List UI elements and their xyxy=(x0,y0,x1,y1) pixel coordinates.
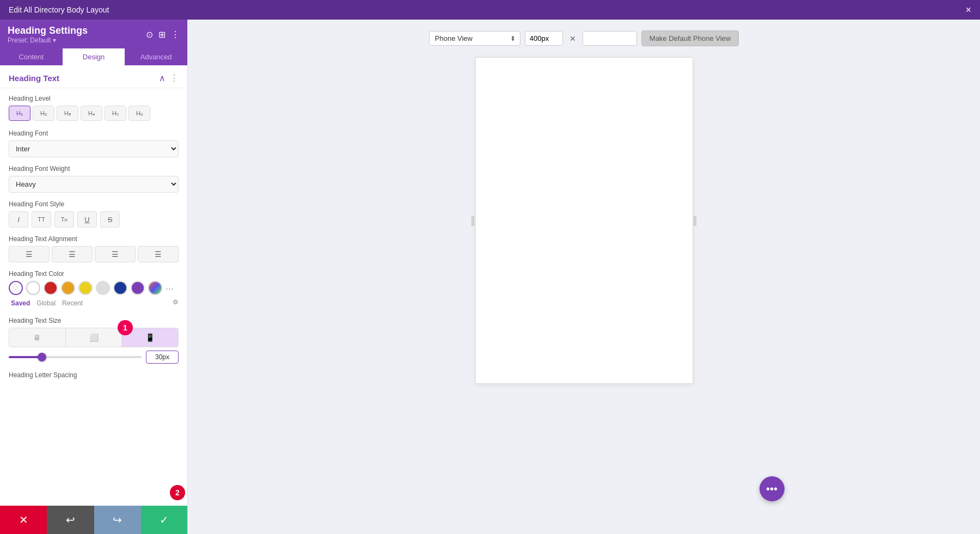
view-select[interactable]: Phone View Tablet View Desktop View xyxy=(430,32,506,45)
save-button[interactable]: ✓ xyxy=(141,506,188,534)
heading-level-h3[interactable]: H₃ xyxy=(57,106,78,121)
size-slider-row: 30px xyxy=(9,351,179,364)
preview-toolbar: Phone View Tablet View Desktop View ⬍ ✕ … xyxy=(429,30,739,46)
font-style-uppercase[interactable]: TT xyxy=(32,211,51,228)
top-bar-title: Edit All Directory Body Layout xyxy=(9,5,109,14)
px-close-button[interactable]: ✕ xyxy=(567,32,578,45)
fab-icon: ••• xyxy=(766,483,777,495)
size-slider-thumb[interactable] xyxy=(38,353,46,361)
redo-button[interactable]: ↪ xyxy=(94,506,141,534)
header-icon-grid[interactable]: ⊞ xyxy=(158,29,166,40)
size-device-tablet[interactable]: ⬜ xyxy=(66,328,122,347)
sidebar-tabs: Content Design Advanced xyxy=(0,48,187,65)
heading-font-weight-select[interactable]: Thin Light Regular Medium Heavy Bold Ext… xyxy=(9,176,179,193)
make-default-button[interactable]: Make Default Phone View xyxy=(641,30,739,46)
color-tab-global[interactable]: Global xyxy=(34,298,58,308)
color-settings-gear[interactable]: ⚙ xyxy=(173,298,179,308)
heading-font-label: Heading Font xyxy=(9,130,179,137)
undo-button[interactable]: ↩ xyxy=(47,506,94,534)
color-tab-saved[interactable]: Saved xyxy=(9,298,32,308)
color-swatch-red[interactable] xyxy=(44,281,58,295)
tab-design[interactable]: Design xyxy=(63,48,125,65)
section-more-button[interactable]: ⋮ xyxy=(170,73,179,83)
fab-button[interactable]: ••• xyxy=(759,476,785,501)
header-icon-circle[interactable]: ⊙ xyxy=(146,29,153,40)
heading-font-style-row: I TT Tr U S xyxy=(9,211,179,228)
sidebar-header-left: Heading Settings Preset: Default ▾ xyxy=(8,25,88,44)
heading-font-select[interactable]: Inter Arial Roboto Georgia Verdana xyxy=(9,140,179,157)
heading-level-h1[interactable]: H₁ xyxy=(9,106,30,121)
align-left[interactable]: ☰ xyxy=(9,246,50,262)
color-swatch-purple[interactable] xyxy=(131,281,145,295)
heading-level-label: Heading Level xyxy=(9,95,179,102)
color-swatch-row: ··· xyxy=(9,281,179,295)
heading-font-style-label: Heading Font Style xyxy=(9,200,179,208)
tab-advanced[interactable]: Advanced xyxy=(125,48,187,65)
heading-level-h2[interactable]: H₂ xyxy=(33,106,54,121)
cancel-button[interactable]: ✕ xyxy=(0,506,47,534)
badge-1: 1 xyxy=(118,320,133,335)
font-style-italic[interactable]: I xyxy=(9,211,28,228)
badge-2: 2 xyxy=(170,485,185,500)
section-collapse-button[interactable]: ∧ xyxy=(159,73,166,83)
align-right[interactable]: ☰ xyxy=(95,246,136,262)
heading-text-alignment-label: Heading Text Alignment xyxy=(9,235,179,243)
section-controls: ∧ ⋮ xyxy=(159,73,179,83)
preview-canvas xyxy=(475,57,693,384)
view-select-wrap: Phone View Tablet View Desktop View ⬍ xyxy=(429,31,520,46)
size-device-desktop[interactable]: 🖥 xyxy=(9,328,66,347)
size-slider-fill xyxy=(9,356,42,358)
px-width-input[interactable] xyxy=(525,31,563,46)
color-swatch-white[interactable] xyxy=(26,281,40,295)
size-slider-track[interactable] xyxy=(9,356,142,358)
heading-text-alignment-row: ☰ ☰ ☰ ☰ xyxy=(9,246,179,262)
sidebar-preset[interactable]: Preset: Default ▾ xyxy=(8,36,88,44)
header-icon-more[interactable]: ⋮ xyxy=(171,29,180,40)
sidebar-header-icons: ⊙ ⊞ ⋮ xyxy=(146,29,180,40)
color-tabs: Saved Global Recent ⚙ xyxy=(9,297,179,309)
font-style-capitalize[interactable]: Tr xyxy=(54,211,74,228)
color-swatch-transparent[interactable] xyxy=(9,281,23,295)
view-select-arrow-icon: ⬍ xyxy=(506,35,520,42)
settings-content: Heading Level H₁ H₂ H₃ H₄ H₅ H₆ Heading … xyxy=(0,88,187,389)
heading-level-h6[interactable]: H₆ xyxy=(128,106,150,121)
sidebar-scroll-area: Heading Text ∧ ⋮ Heading Level H₁ H₂ H₃ … xyxy=(0,65,187,534)
heading-level-h4[interactable]: H₄ xyxy=(81,106,102,121)
empty-input-field[interactable] xyxy=(583,31,637,46)
sidebar: Heading Settings Preset: Default ▾ ⊙ ⊞ ⋮… xyxy=(0,20,188,534)
preview-area: Phone View Tablet View Desktop View ⬍ ✕ … xyxy=(188,20,980,534)
heading-font-weight-label: Heading Font Weight xyxy=(9,165,179,173)
section-header: Heading Text ∧ ⋮ xyxy=(0,65,187,88)
resize-handle-left[interactable]: ‖ xyxy=(471,57,475,384)
align-center[interactable]: ☰ xyxy=(52,246,93,262)
color-swatch-light-gray[interactable] xyxy=(96,281,110,295)
resize-handle-right[interactable]: ‖ xyxy=(693,57,697,384)
size-input-field[interactable]: 30px xyxy=(146,351,179,364)
top-bar-close-button[interactable]: × xyxy=(965,4,971,16)
sidebar-header: Heading Settings Preset: Default ▾ ⊙ ⊞ ⋮ xyxy=(0,20,187,48)
main-layout: Heading Settings Preset: Default ▾ ⊙ ⊞ ⋮… xyxy=(0,20,980,534)
tab-content[interactable]: Content xyxy=(0,48,63,65)
color-more-dots[interactable]: ··· xyxy=(166,283,174,294)
color-swatch-dark-blue[interactable] xyxy=(113,281,127,295)
align-justify[interactable]: ☰ xyxy=(138,246,179,262)
heading-level-h5[interactable]: H₅ xyxy=(105,106,126,121)
size-device-row: 🖥 ⬜ 📱 xyxy=(9,328,179,347)
heading-letter-spacing-label: Heading Letter Spacing xyxy=(9,371,179,379)
font-style-underline[interactable]: U xyxy=(77,211,97,228)
top-bar: Edit All Directory Body Layout × xyxy=(0,0,980,20)
heading-level-row: H₁ H₂ H₃ H₄ H₅ H₆ xyxy=(9,106,179,121)
sidebar-heading-title: Heading Settings xyxy=(8,25,88,36)
heading-text-size-label: Heading Text Size xyxy=(9,317,179,324)
font-style-strikethrough[interactable]: S xyxy=(100,211,120,228)
color-swatch-custom[interactable] xyxy=(148,281,162,295)
canvas-wrap: ‖ ‖ xyxy=(471,57,697,384)
color-swatch-orange[interactable] xyxy=(61,281,75,295)
color-tab-recent[interactable]: Recent xyxy=(60,298,85,308)
heading-text-color-label: Heading Text Color xyxy=(9,270,179,278)
bottom-bar: ✕ ↩ ↪ ✓ xyxy=(0,506,188,534)
color-swatch-yellow[interactable] xyxy=(78,281,93,295)
section-title: Heading Text xyxy=(9,73,59,83)
